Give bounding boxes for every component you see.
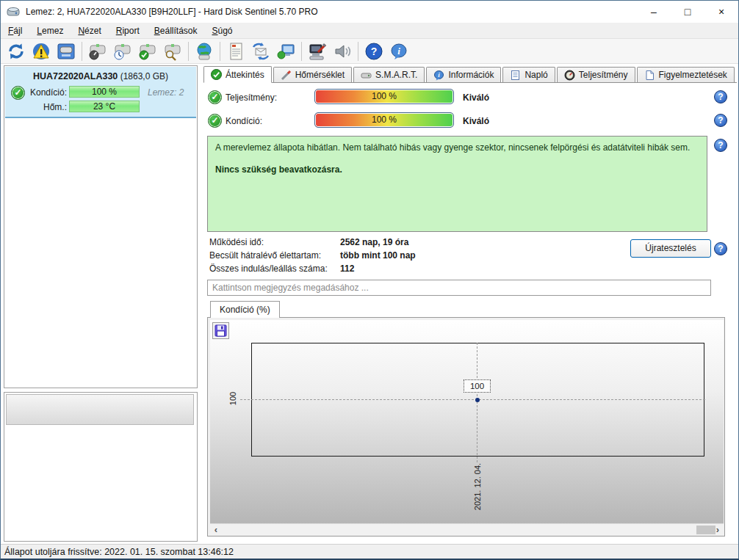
minimize-button[interactable]: – [637,1,671,23]
help-icon: ? [364,42,383,61]
condition-help-button[interactable]: ? [714,114,727,127]
power-on-time-label: Működési idő: [209,237,264,247]
disk-warning-button[interactable] [29,40,54,62]
status-text: A merevlemez állapota hibátlan. Nem talá… [215,142,699,153]
disk-monitor-icon [57,42,76,61]
condition-ok-icon: ✓ [208,114,222,128]
performance-label: Teljesítmény: [226,92,277,103]
help-button[interactable]: ? [361,40,386,62]
sound-icon [333,42,352,61]
svg-text:i: i [397,46,400,57]
refresh-button[interactable] [4,40,29,62]
hardware-test-icon [308,42,327,61]
menu-report[interactable]: Riport [109,23,147,38]
chart-data-point [475,398,480,402]
lifetime-value: több mint 100 nap [340,250,416,261]
sidebar-lower-panel [4,392,198,542]
comment-input[interactable] [207,280,711,296]
lifetime-label: Becsült hátralévő élettartam: [209,250,321,261]
performance-help-button[interactable]: ? [714,90,727,103]
performance-ok-icon: ✓ [208,90,222,104]
tab-smart[interactable]: S.M.A.R.T. [353,67,425,82]
disk-ok-icon [138,42,157,61]
disk-clock-button[interactable] [110,40,135,62]
window-title: Lemez: 2, HUA722020ALA330 [B9H20LLF] - H… [26,7,318,17]
tab-teljesitmeny[interactable]: Teljesítmény [557,67,635,82]
disk-health-ok-icon: ✓ [11,86,25,100]
toolbar-separator [82,42,82,61]
close-button[interactable]: × [704,1,738,23]
menu-disk[interactable]: Lemez [29,23,71,38]
title-bar: Lemez: 2, HUA722020ALA330 [B9H20LLF] - H… [1,1,738,23]
performance-gauge-icon [564,70,575,81]
information-icon: i [433,70,444,81]
chart-y-tick-label: 100 [228,385,237,412]
save-icon [215,324,227,337]
tab-naplo[interactable]: Napló [502,67,555,82]
chart-point-label: 100 [464,379,491,393]
chart-gridline-horizontal [240,399,705,400]
retest-button[interactable]: Újratesztelés [630,239,711,258]
toolbar-separator [358,42,358,61]
tab-figyelmeztetesek[interactable]: Figyelmeztetések [637,67,735,82]
menu-file[interactable]: Fájl [1,23,29,38]
maximize-button[interactable]: □ [671,1,704,23]
sound-button[interactable] [330,40,355,62]
disk-condition-label: Kondíció: [26,87,67,98]
toolbar: ? i [1,39,738,64]
send-report-button[interactable] [248,40,273,62]
menu-help[interactable]: Súgó [204,23,239,38]
performance-bar: 100 % [314,89,454,104]
refresh-icon [7,42,26,61]
performance-rating: Kiváló [463,92,489,103]
info-button[interactable]: i [386,40,411,62]
toolbar-separator [301,42,302,61]
tab-informaciok[interactable]: i Információk [426,67,501,82]
disk-search-icon [163,42,182,61]
report-icon [226,42,245,61]
report-button[interactable] [223,40,248,62]
remote-monitor-button[interactable] [273,40,298,62]
disk-ok-button[interactable] [135,40,160,62]
sidebar-lower-strip[interactable] [6,394,194,425]
tab-bar: Áttekintés Hőmérséklet S.M.A.R.T. i Info… [203,67,737,83]
disk-search-button[interactable] [160,40,185,62]
svg-text:?: ? [371,46,378,57]
menu-bar: Fájl Lemez Nézet Riport Beállítások Súgó [1,23,738,39]
scroll-thumb[interactable] [696,526,715,534]
disk-size: (1863,0 GB) [120,71,168,81]
chart-tab-kondicio[interactable]: Kondíció (%) [210,301,280,318]
menu-view[interactable]: Nézet [71,23,108,38]
disk-monitor-button[interactable] [54,40,79,62]
start-stop-label: Összes indulás/leállás száma: [209,263,328,274]
status-bar-text: Állapot utoljára frissítve: 2022. 01. 15… [4,547,234,557]
chart-panel: 100 100 2021. 12. 04. ‹ › [207,317,725,537]
disk-performance-icon [88,42,107,61]
network-disks-button[interactable] [192,40,217,62]
smart-disk-icon [361,70,372,81]
condition-rating: Kiváló [463,116,489,126]
disk-temp-label: Hőm.: [26,102,67,112]
send-report-icon [251,42,270,61]
disk-tag: Lemez: 2 [148,87,184,98]
menu-settings[interactable]: Beállítások [147,23,205,38]
disk-temp-bar: 23 °C [69,101,140,112]
disk-list: HUA722020ALA330 (1863,0 GB) ✓ Kondíció: … [4,65,198,388]
tab-attekintes[interactable]: Áttekintés [203,66,272,83]
scroll-left-arrow[interactable]: ‹ [210,525,222,535]
hardware-test-button[interactable] [305,40,330,62]
chart-x-tick-label: 2021. 12. 04. [473,459,482,514]
disk-performance-button[interactable] [85,40,110,62]
status-help-button[interactable]: ? [714,139,727,152]
app-icon [7,6,20,18]
status-box: A merevlemez állapota hibátlan. Nem talá… [207,136,707,232]
save-chart-button[interactable] [212,322,229,339]
retest-help-button[interactable]: ? [714,242,727,255]
status-bar: Állapot utoljára frissítve: 2022. 01. 15… [1,544,738,559]
chart-scrollbar[interactable]: ‹ › [210,523,724,535]
tab-homerseklet[interactable]: Hőmérséklet [273,67,352,82]
app-window: Lemez: 2, HUA722020ALA330 [B9H20LLF] - H… [0,0,739,560]
network-disks-icon [195,42,214,61]
disk-clock-icon [113,42,132,61]
disk-card[interactable]: HUA722020ALA330 (1863,0 GB) ✓ Kondíció: … [5,67,196,118]
